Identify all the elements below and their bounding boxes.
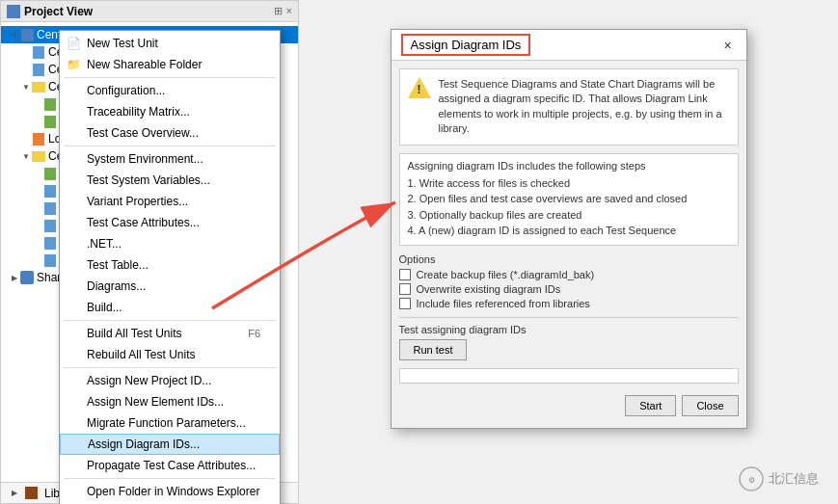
menu-open-folder[interactable]: Open Folder in Windows Explorer [60, 481, 280, 502]
menu-assign-project-id[interactable]: Assign New Project ID... [60, 370, 280, 391]
dialog-close-button[interactable]: × [719, 37, 737, 54]
menu-item-label: Rebuild All Test Units [87, 348, 196, 361]
tree-arrow: ▼ [20, 81, 32, 93]
menu-file-icon: 📄 [66, 36, 81, 51]
menu-configuration[interactable]: Configuration... [60, 80, 280, 101]
tree-arrow [32, 254, 43, 266]
options-title: Options [399, 253, 739, 265]
menu-new-shareable-folder[interactable]: 📁 New Shareable Folder [60, 54, 280, 75]
menu-testcase-attrs[interactable]: Test Case Attributes... [60, 212, 280, 233]
menu-item-label: .NET... [87, 237, 122, 251]
menu-item-label: Variant Properties... [87, 195, 188, 208]
svg-text:⚙: ⚙ [748, 476, 755, 485]
menu-rebuild-all[interactable]: Rebuild All Test Units [60, 344, 280, 365]
menu-item-label: Assign New Project ID... [87, 374, 211, 387]
option-overwrite-label: Overwrite existing diagram IDs [417, 283, 561, 295]
panel-header: Project View ⊞ × [1, 1, 298, 22]
tree-arrow [32, 237, 43, 249]
file-icon [32, 132, 45, 146]
tree-arrow [20, 133, 32, 145]
menu-traceability[interactable]: Traceability Matrix... [60, 101, 280, 122]
menu-item-label: Test System Variables... [87, 173, 210, 187]
info-box: ! Test Sequence Diagrams and State Chart… [399, 68, 739, 146]
menu-item-label: Test Case Overview... [87, 126, 199, 140]
run-test-button[interactable]: Run test [399, 339, 468, 360]
dialog-footer: Start Close [399, 391, 739, 420]
step-1: 1. Write access for files is checked [408, 175, 730, 192]
menu-item-label: Diagrams... [87, 279, 146, 293]
file-icon [32, 63, 45, 76]
menu-testcase-overview[interactable]: Test Case Overview... [60, 122, 280, 144]
progress-bar [399, 368, 739, 384]
step-2: 2. Open files and test case overviews ar… [408, 191, 730, 207]
menu-test-system-vars[interactable]: Test System Variables... [60, 170, 280, 191]
panel-title: Project View [7, 5, 93, 18]
option-include-libs: Include files referenced from libraries [399, 298, 739, 309]
project-icon [7, 5, 20, 18]
file-icon [43, 253, 57, 267]
menu-propagate-attrs[interactable]: Propagate Test Case Attributes... [60, 455, 280, 476]
menu-item-label: New Test Unit [87, 37, 158, 50]
start-button[interactable]: Start [625, 395, 676, 416]
step-3: 3. Optionally backup files are created [408, 207, 730, 224]
test-title: Test assigning diagram IDs [399, 324, 739, 335]
menu-dotnet[interactable]: .NET... [60, 233, 280, 254]
option-include-libs-label: Include files referenced from libraries [417, 298, 590, 309]
file-icon [43, 201, 57, 215]
menu-diagrams[interactable]: Diagrams... [60, 276, 280, 297]
panel-actions: ⊞ × [274, 5, 292, 17]
steps-box: Assigning diagram IDs includes the follo… [399, 153, 739, 246]
project-view-panel: Project View ⊞ × ▼ CentralLockingSystem … [0, 0, 299, 504]
menu-item-label: Test Table... [87, 258, 149, 272]
warning-icon: ! [408, 77, 431, 100]
dialog-area: Assign Diagram IDs × ! Test Sequence Dia… [299, 0, 838, 504]
test-section: Test assigning diagram IDs Run test [399, 317, 739, 360]
tree-arrow [20, 46, 32, 58]
pin-button[interactable]: ⊞ [274, 5, 283, 17]
steps-title: Assigning diagram IDs includes the follo… [408, 160, 730, 172]
menu-system-env[interactable]: System Environment... [60, 148, 280, 170]
watermark: ⚙ 北汇信息 [738, 465, 819, 492]
menu-item-label: Traceability Matrix... [87, 105, 190, 119]
checkbox-include-libs[interactable] [399, 298, 411, 309]
close-button[interactable]: × [286, 5, 292, 17]
warning-exclaim: ! [418, 83, 421, 96]
watermark-icon: ⚙ [738, 465, 765, 492]
menu-item-label: Build All Test Units [87, 327, 182, 340]
project-folder-icon [20, 28, 34, 41]
close-button[interactable]: Close [682, 395, 738, 416]
tree-arrow [32, 116, 43, 127]
menu-assign-element-ids[interactable]: Assign New Element IDs... [60, 391, 280, 412]
menu-shortcut: F6 [248, 328, 260, 339]
menu-sep-5 [64, 478, 276, 479]
menu-test-table[interactable]: Test Table... [60, 254, 280, 276]
checkbox-overwrite[interactable] [399, 283, 411, 295]
file-icon [43, 236, 57, 250]
menu-sep-2 [64, 146, 276, 146]
dialog-body: ! Test Sequence Diagrams and State Chart… [392, 61, 746, 428]
tree-arrow [32, 220, 43, 231]
tree-arrow [32, 168, 43, 179]
menu-build-all[interactable]: Build All Test Units F6 [60, 323, 280, 344]
menu-new-test-unit[interactable]: 📄 New Test Unit [60, 33, 280, 54]
tree-arrow: ▶ [9, 272, 20, 283]
menu-item-label: Assign New Element IDs... [87, 395, 224, 409]
menu-assign-diagram-ids[interactable]: Assign Diagram IDs... [60, 434, 280, 455]
menu-item-label: Migrate Function Parameters... [87, 416, 246, 430]
menu-item-label: New Shareable Folder [87, 58, 202, 71]
menu-item-label: Assign Diagram IDs... [88, 438, 200, 451]
watermark-text: 北汇信息 [769, 470, 819, 488]
menu-migrate-function[interactable]: Migrate Function Parameters... [60, 412, 280, 434]
menu-item-label: Propagate Test Case Attributes... [87, 459, 256, 472]
library-icon [24, 487, 38, 500]
options-section: Options Create backup files (*.diagramId… [399, 253, 739, 309]
menu-build[interactable]: Build... [60, 297, 280, 318]
menu-variant-props[interactable]: Variant Properties... [60, 191, 280, 212]
menu-sep-4 [64, 367, 276, 368]
file-icon [43, 167, 57, 180]
dialog-titlebar: Assign Diagram IDs × [392, 30, 746, 61]
menu-item-label: Configuration... [87, 84, 165, 97]
checkbox-backup[interactable] [399, 269, 411, 280]
tree-arrow [32, 98, 43, 110]
option-overwrite: Overwrite existing diagram IDs [399, 283, 739, 295]
